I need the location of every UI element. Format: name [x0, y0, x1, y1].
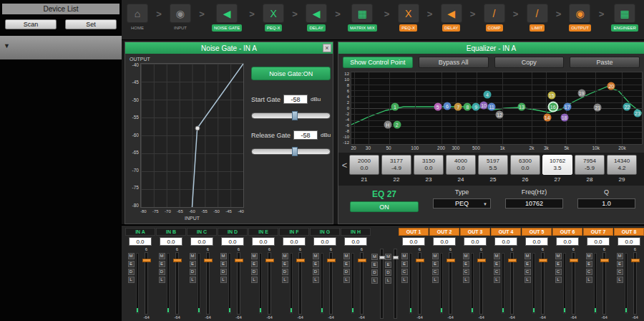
channel-gain-value[interactable]: 0.0 [618, 237, 640, 246]
channel-button-l[interactable]: L [251, 277, 258, 283]
channel-button-l[interactable]: L [385, 277, 391, 284]
eq-control-point-1[interactable]: 1 [391, 103, 399, 111]
channel-button-c[interactable]: C [432, 269, 439, 275]
channel-gain-value[interactable]: 0.0 [160, 237, 182, 246]
eq-control-point-12[interactable]: 12 [496, 111, 504, 119]
noise-gate-on-button[interactable]: Noise Gate:ON [251, 67, 331, 80]
channel-button-m[interactable]: M [586, 253, 592, 259]
device-tree-row[interactable]: ▼ [0, 36, 122, 59]
channel-button-l[interactable]: L [159, 277, 165, 283]
toolbar-item-4-delay[interactable]: ◀DELAY [305, 4, 328, 32]
channel-button-m[interactable]: M [385, 254, 391, 260]
eq-band-button-23[interactable]: 31500.0 [414, 155, 444, 175]
channel-label[interactable]: IN B [156, 228, 186, 236]
channel-button-d[interactable]: D [313, 269, 319, 275]
fader-handle[interactable] [631, 259, 640, 262]
channel-button-l[interactable]: L [525, 277, 531, 283]
channel-label[interactable]: IN H [341, 228, 371, 236]
channel-button-m[interactable]: M [128, 253, 135, 259]
toolbar-item-0-home[interactable]: ⌂HOME [126, 4, 149, 32]
fader-track[interactable] [145, 252, 148, 315]
channel-button-e[interactable]: E [494, 261, 500, 267]
channel-button-d[interactable]: D [282, 269, 288, 275]
channel-gain-value[interactable]: 0.0 [221, 237, 244, 246]
channel-label[interactable]: OUT 3 [460, 228, 490, 236]
channel-label[interactable]: IN A [125, 228, 155, 236]
eq-control-point-7[interactable]: 7 [454, 103, 462, 111]
toolbar-item-9-limit[interactable]: /LIMIT [526, 4, 549, 32]
fader-handle[interactable] [296, 259, 305, 262]
eq-on-button[interactable]: ON [350, 201, 419, 212]
channel-button-d[interactable]: D [251, 269, 258, 275]
channel-label[interactable]: OUT 4 [491, 228, 521, 236]
channel-button-m[interactable]: M [617, 253, 623, 259]
channel-button-m[interactable]: M [432, 253, 439, 259]
fader-track[interactable] [541, 252, 545, 315]
toolbar-item-2-noise-gate[interactable]: ◀NOISE GATE [212, 4, 242, 32]
fader-track[interactable] [572, 252, 575, 315]
eq-control-point-8[interactable]: 8 [464, 103, 472, 111]
fader-handle[interactable] [235, 259, 243, 262]
channel-button-e[interactable]: E [220, 261, 227, 267]
toolbar-item-3-peq-x[interactable]: XPEQ-X [262, 4, 285, 32]
channel-button-e[interactable]: E [617, 261, 623, 267]
channel-label[interactable]: OUT 7 [583, 228, 613, 236]
fader-track[interactable] [206, 252, 210, 315]
channel-button-m[interactable]: M [401, 253, 408, 259]
fader-handle[interactable] [265, 259, 274, 262]
toolbar-item-6-peq-x[interactable]: XPEQ-X [397, 4, 420, 32]
fader-track[interactable] [602, 252, 606, 315]
eq-control-point-17[interactable]: 17 [563, 103, 571, 111]
channel-button-e[interactable]: E [401, 261, 408, 267]
channel-button-c[interactable]: C [555, 269, 562, 275]
fader-track[interactable] [268, 252, 271, 315]
channel-gain-value[interactable]: 0.0 [402, 237, 425, 246]
channel-label[interactable]: OUT 6 [552, 228, 582, 236]
channel-button-e[interactable]: E [128, 261, 135, 267]
channel-button-l[interactable]: L [494, 277, 500, 283]
fader-track[interactable] [394, 249, 397, 319]
eq-control-point-9[interactable]: 9 [472, 103, 480, 111]
channel-gain-value[interactable]: 0.0 [587, 237, 610, 246]
fader-track[interactable] [479, 252, 483, 315]
eq-band-button-28[interactable]: 7954-5.9 [575, 155, 605, 175]
fader-handle[interactable] [358, 259, 366, 262]
eq-control-point-19[interactable]: 19 [577, 90, 585, 97]
bands-scroll-left-button[interactable]: < [340, 155, 349, 175]
eq-control-point-22[interactable]: 22 [623, 103, 631, 111]
channel-label[interactable]: OUT 5 [522, 228, 552, 236]
channel-button-m[interactable]: M [343, 253, 350, 259]
fader-handle[interactable] [204, 259, 213, 262]
freq-field[interactable]: 10762 [505, 198, 563, 209]
channel-gain-value[interactable]: 0.0 [283, 237, 306, 246]
eq-control-point-18[interactable]: 18 [560, 114, 568, 122]
fader-track[interactable] [329, 252, 333, 315]
channel-gain-value[interactable]: 0.0 [344, 237, 367, 246]
toolbar-item-8-comp[interactable]: /COMP [483, 4, 506, 32]
fader-track[interactable] [175, 252, 179, 315]
fader-handle[interactable] [508, 259, 517, 262]
eq-band-button-27[interactable]: 107623.5 [542, 155, 572, 175]
toolbar-item-1-input[interactable]: ◉INPUT [169, 4, 192, 32]
eq-band-button-26[interactable]: 63000.0 [510, 155, 540, 175]
paste-button[interactable]: Paste [570, 57, 640, 68]
channel-button-e[interactable]: E [159, 261, 165, 267]
fader-handle[interactable] [142, 259, 151, 262]
eq-band-button-21[interactable]: 20000.0 [349, 155, 379, 175]
channel-button-m[interactable]: M [525, 253, 531, 259]
fader-track[interactable] [418, 252, 421, 315]
channel-button-m[interactable]: M [251, 253, 258, 259]
channel-gain-value[interactable]: 0.0 [464, 237, 487, 246]
channel-button-m[interactable]: M [463, 253, 469, 259]
toolbar-item-11-engineer[interactable]: ▦ENGINEER [611, 4, 638, 32]
channel-gain-value[interactable]: 0.0 [433, 237, 456, 246]
toolbar-item-5-matrix-mix[interactable]: ▦MATRIX MIX [348, 4, 377, 32]
channel-button-m[interactable]: M [371, 254, 378, 260]
fader-handle[interactable] [173, 259, 182, 262]
channel-button-l[interactable]: L [128, 277, 135, 283]
fader-handle[interactable] [570, 259, 578, 262]
channel-button-l[interactable]: L [371, 277, 378, 284]
channel-button-e[interactable]: E [371, 262, 378, 268]
fader-handle[interactable] [447, 259, 455, 262]
channel-gain-value[interactable]: 0.0 [313, 237, 336, 246]
